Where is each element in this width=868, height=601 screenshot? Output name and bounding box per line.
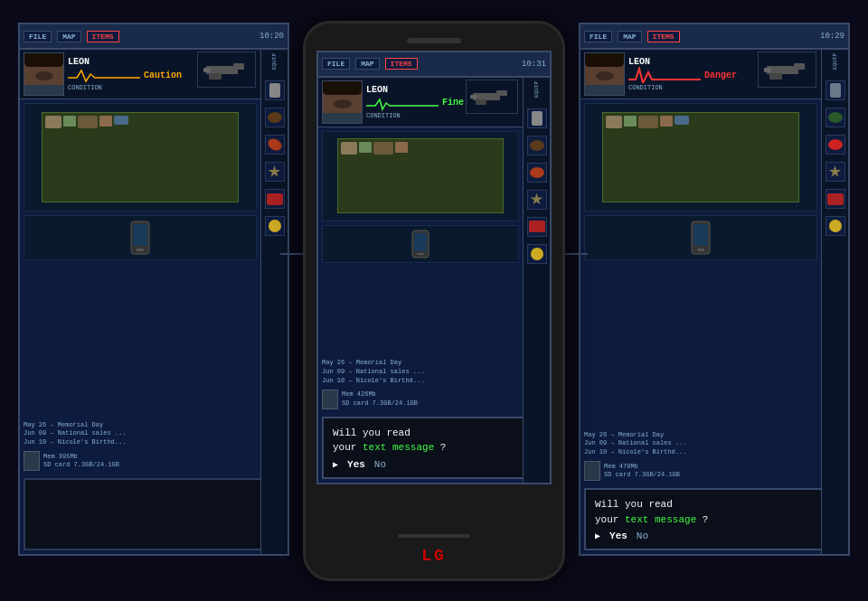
- svg-rect-0: [206, 66, 238, 74]
- phone-equip-1[interactable]: [527, 108, 547, 128]
- left-equip-item-3[interactable]: [265, 135, 285, 155]
- phone-phone-icon: [410, 230, 430, 258]
- svg-rect-3: [203, 68, 211, 72]
- right-notes: May 26 – Memorial Day Jun 09 – National …: [580, 429, 848, 459]
- scene: FILE MAP ITEMS 10:20 LEON: [0, 0, 868, 601]
- left-gun-icon: [202, 57, 251, 82]
- phone-equip-label: EQUIP: [533, 81, 540, 98]
- svg-rect-12: [693, 224, 708, 246]
- phone-health-status: Fine: [442, 98, 464, 108]
- left-notes: May 26 – Memorial Day Jun 09 – National …: [20, 419, 288, 449]
- phone-mem-text: Mem 426Mb: [342, 390, 418, 399]
- right-equip-item-2[interactable]: [826, 108, 845, 127]
- phone-memory: Mem 426Mb SD card 7.3GB/24.1GB: [318, 388, 550, 413]
- phone-yes-choice[interactable]: Yes: [347, 459, 365, 470]
- left-equip-item-6[interactable]: [265, 216, 285, 236]
- left-equip-item-4[interactable]: [265, 162, 285, 182]
- phone-gun-icon: [469, 85, 514, 108]
- phone-no-choice[interactable]: No: [374, 459, 386, 470]
- right-phone-cell[interactable]: [584, 215, 817, 260]
- right-equip-item-6[interactable]: [826, 216, 845, 236]
- left-equip-item-2[interactable]: [265, 108, 285, 127]
- right-equip-item-4[interactable]: [826, 162, 845, 182]
- right-equip-item-1[interactable]: [826, 80, 845, 100]
- phone-equip-4[interactable]: [527, 190, 547, 210]
- right-mem-text: Mem 470Mb: [604, 463, 680, 471]
- right-time: 10:29: [820, 32, 844, 41]
- left-sd-text: SD card 7.3GB/24.1GB: [43, 461, 119, 469]
- phone-equip-6[interactable]: [527, 244, 547, 264]
- right-map-btn[interactable]: MAP: [618, 31, 641, 42]
- left-note-1: May 26 – Memorial Day: [24, 421, 257, 430]
- left-time: 10:20: [259, 32, 284, 41]
- phone-equip-2[interactable]: [527, 136, 547, 155]
- phone-briefcase-cell[interactable]: [322, 131, 519, 221]
- left-phone-cell[interactable]: [24, 215, 257, 260]
- right-dialog: Will you read your text message ? ▶ Yes …: [584, 488, 844, 550]
- phone-ecg: [366, 95, 439, 111]
- phone-equip-5[interactable]: [527, 217, 547, 237]
- phone-items-btn[interactable]: ITEMS: [385, 58, 418, 70]
- svg-rect-14: [473, 93, 500, 100]
- svg-rect-15: [496, 90, 507, 96]
- phone-top: [306, 23, 562, 51]
- right-ecg: [628, 67, 701, 83]
- phone-equip-3[interactable]: [527, 163, 547, 183]
- left-ecg: [68, 67, 140, 83]
- phone-notes: May 26 – Memorial Day Jun 09 – National …: [318, 357, 550, 387]
- left-avatar: [24, 52, 64, 96]
- right-file-btn[interactable]: FILE: [584, 31, 612, 42]
- left-equip-item-5[interactable]: [265, 189, 285, 209]
- left-inventory: [20, 99, 288, 419]
- lg-logo: LG: [421, 547, 447, 565]
- left-briefcase-cell[interactable]: [24, 103, 257, 211]
- left-topbar: FILE MAP ITEMS 10:20: [20, 24, 288, 50]
- left-note-3: Jun 10 – Nicole's Birthd...: [24, 438, 257, 447]
- right-choice-arrow: ▶: [595, 531, 600, 541]
- left-mem-icon: [24, 451, 40, 471]
- svg-rect-8: [794, 63, 805, 70]
- phone-speaker: [407, 38, 461, 43]
- left-equip-item-1[interactable]: [265, 80, 285, 100]
- right-yes-choice[interactable]: Yes: [609, 531, 627, 541]
- right-equip-item-3[interactable]: [826, 135, 845, 155]
- left-panel: FILE MAP ITEMS 10:20 LEON: [18, 23, 289, 556]
- phone-time: 10:31: [522, 60, 546, 69]
- right-briefcase-cell[interactable]: [584, 103, 817, 211]
- svg-rect-9: [769, 73, 782, 80]
- phone-home-bar[interactable]: [398, 534, 470, 538]
- svg-rect-7: [767, 66, 798, 74]
- svg-rect-2: [209, 73, 222, 80]
- right-note-1: May 26 – Memorial Day: [584, 431, 817, 440]
- phone-char-name: LEON: [366, 85, 546, 95]
- phone-map-btn[interactable]: MAP: [355, 58, 379, 70]
- left-items-btn[interactable]: ITEMS: [87, 31, 119, 42]
- phone-file-btn[interactable]: FILE: [322, 58, 350, 70]
- phone-topbar: FILE MAP ITEMS 10:31: [318, 52, 550, 78]
- phone: FILE MAP ITEMS 10:31: [303, 21, 565, 581]
- left-memory: Mem 395Mb SD card 7.3GB/24.1GB: [20, 449, 288, 474]
- right-no-choice[interactable]: No: [637, 531, 648, 541]
- svg-rect-6: [137, 249, 144, 251]
- right-inventory: [580, 99, 848, 429]
- phone-note-3: Jun 10 – Nicole's Birthd...: [322, 377, 519, 386]
- phone-inventory: [318, 127, 550, 358]
- left-mem-text: Mem 395Mb: [43, 453, 119, 461]
- phone-phone-cell[interactable]: [322, 225, 519, 263]
- svg-rect-5: [133, 224, 147, 246]
- left-empty-dialog: [24, 478, 284, 550]
- right-char-info: LEON Danger CONDITION: [580, 50, 848, 99]
- right-items-btn[interactable]: ITEMS: [647, 31, 680, 42]
- right-equip-item-5[interactable]: [826, 189, 845, 209]
- left-map-btn[interactable]: MAP: [57, 31, 80, 42]
- phone-char-info: LEON Fine CONDITION: [318, 78, 550, 127]
- left-file-btn[interactable]: FILE: [24, 31, 52, 42]
- right-avatar: [584, 52, 625, 96]
- svg-rect-19: [414, 233, 427, 251]
- left-phone-icon: [127, 220, 153, 256]
- left-equip-sidebar: EQUIP: [260, 50, 288, 554]
- svg-rect-1: [233, 63, 244, 70]
- right-mem-icon: [584, 461, 600, 481]
- left-note-2: Jun 09 – National sales ...: [24, 429, 257, 438]
- phone-note-2: Jun 09 – National sales ...: [322, 368, 519, 377]
